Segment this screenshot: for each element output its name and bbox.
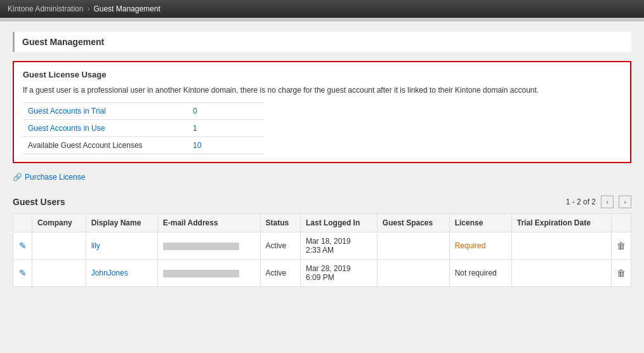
available-licenses-label: Available Guest Account Licenses (23, 137, 188, 154)
col-company: Company (32, 214, 86, 232)
display-name-cell[interactable]: JohnJones (86, 260, 157, 287)
col-license: License (449, 214, 511, 232)
trial-accounts-value: 0 (188, 103, 264, 120)
license-box-title: Guest License Usage (23, 70, 621, 79)
available-licenses-value: 10 (188, 137, 264, 154)
pagination-controls: 1 - 2 of 2 ‹ › (566, 196, 631, 208)
delete-icon[interactable]: 🗑 (617, 268, 626, 278)
license-box-description: If a guest user is a professional user i… (23, 84, 621, 96)
pagination-prev-button[interactable]: ‹ (601, 196, 614, 208)
last-logged-in-cell: Mar 18, 2019 2:33 AM (300, 232, 377, 260)
edit-icon[interactable]: ✎ (19, 241, 27, 251)
delete-cell[interactable]: 🗑 (612, 232, 631, 260)
col-trial-expiration: Trial Expiration Date (511, 214, 611, 232)
guest-users-table: Company Display Name E-mail Address Stat… (13, 213, 631, 287)
col-guest-spaces: Guest Spaces (377, 214, 449, 232)
license-usage-box: Guest License Usage If a guest user is a… (13, 61, 631, 163)
guest-spaces-cell (377, 260, 449, 287)
top-navigation: Kintone Administration › Guest Managemen… (0, 0, 644, 18)
delete-cell[interactable]: 🗑 (612, 260, 631, 287)
col-email: E-mail Address (157, 214, 260, 232)
guest-spaces-cell (377, 232, 449, 260)
accounts-in-use-value: 1 (188, 120, 264, 137)
guest-users-title: Guest Users (13, 197, 65, 207)
page-title: Guest Management (22, 37, 104, 47)
blurred-email (163, 243, 239, 250)
page-header: Guest Management (13, 32, 631, 52)
email-cell (157, 260, 260, 287)
table-row: Available Guest Account Licenses 10 (23, 137, 264, 154)
col-delete (612, 214, 631, 232)
table-row: ✎JohnJonesActiveMar 28, 2019 6:09 PMNot … (13, 260, 631, 287)
license-table: Guest Accounts in Trial 0 Guest Accounts… (23, 102, 264, 154)
breadcrumb-current: Guest Management (93, 4, 160, 13)
company-cell (32, 232, 86, 260)
col-edit (13, 214, 32, 232)
status-cell: Active (260, 232, 300, 260)
purchase-license-section: 🔗 Purchase License (13, 170, 631, 184)
edit-cell[interactable]: ✎ (13, 232, 32, 260)
table-header-row: Company Display Name E-mail Address Stat… (13, 214, 631, 232)
edit-cell[interactable]: ✎ (13, 260, 32, 287)
accounts-in-use-label[interactable]: Guest Accounts in Use (23, 120, 188, 137)
breadcrumb-separator: › (87, 4, 89, 13)
delete-icon[interactable]: 🗑 (617, 241, 626, 251)
trial-expiration-cell (511, 260, 611, 287)
pagination-info: 1 - 2 of 2 (566, 197, 596, 206)
trial-expiration-cell (511, 232, 611, 260)
main-content: Guest Management Guest License Usage If … (0, 22, 644, 353)
external-link-icon: 🔗 (13, 173, 22, 182)
company-cell (32, 260, 86, 287)
breadcrumb-kintone[interactable]: Kintone Administration (8, 4, 83, 13)
license-cell: Not required (449, 260, 511, 287)
blurred-email (163, 270, 239, 277)
license-cell: Required (449, 232, 511, 260)
table-row: ✎lilyActiveMar 18, 2019 2:33 AMRequired🗑 (13, 232, 631, 260)
col-status: Status (260, 214, 300, 232)
table-row: Guest Accounts in Use 1 (23, 120, 264, 137)
pagination-next-button[interactable]: › (619, 196, 631, 208)
edit-icon[interactable]: ✎ (19, 268, 27, 278)
status-cell: Active (260, 260, 300, 287)
display-name-cell[interactable]: lily (86, 232, 157, 260)
last-logged-in-cell: Mar 28, 2019 6:09 PM (300, 260, 377, 287)
purchase-license-link[interactable]: 🔗 Purchase License (13, 173, 85, 182)
purchase-license-label: Purchase License (25, 173, 85, 182)
col-last-logged-in: Last Logged In (300, 214, 377, 232)
col-display-name: Display Name (86, 214, 157, 232)
email-cell (157, 232, 260, 260)
table-row: Guest Accounts in Trial 0 (23, 103, 264, 120)
guest-users-header: Guest Users 1 - 2 of 2 ‹ › (13, 196, 631, 208)
trial-accounts-label[interactable]: Guest Accounts in Trial (23, 103, 188, 120)
